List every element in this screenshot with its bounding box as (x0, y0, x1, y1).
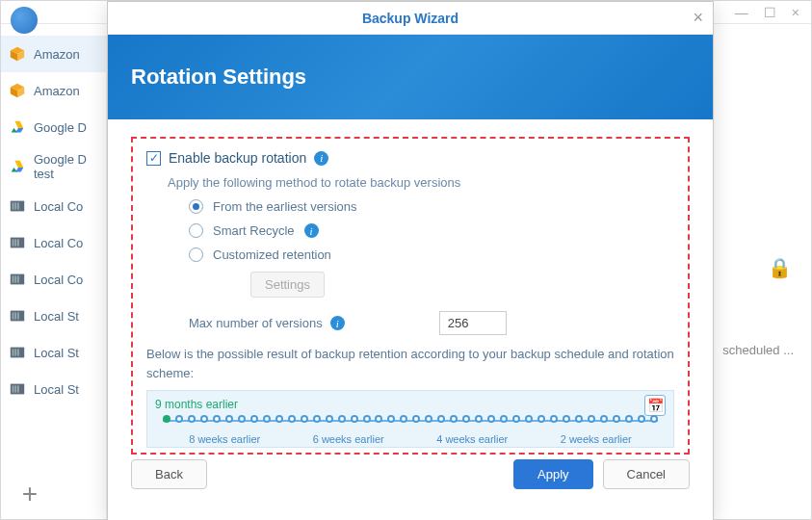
storage-icon (9, 234, 26, 251)
radio-earliest[interactable]: From the earliest versions (189, 199, 674, 214)
timeline-start-label: 9 months earlier (155, 398, 238, 411)
sidebar-item-local-4[interactable]: Local St (1, 298, 106, 334)
timeline: 9 months earlier 📅 (146, 390, 674, 448)
sidebar-item-local-1[interactable]: Local Co (1, 188, 106, 224)
sidebar-item-label: Local Co (34, 273, 83, 287)
svg-rect-6 (14, 239, 16, 246)
sidebar-item-google-2[interactable]: Google D test (1, 145, 106, 188)
box-icon (9, 45, 26, 63)
storage-icon (9, 344, 26, 361)
radio-smart-label: Smart Recycle (213, 223, 295, 238)
minimize-icon[interactable]: — (735, 5, 748, 20)
radio-custom[interactable]: Customized retention (189, 247, 674, 262)
svg-rect-11 (17, 275, 19, 282)
storage-icon (9, 380, 26, 398)
info-icon[interactable]: i (314, 151, 328, 166)
modal-title: Backup Wizard (362, 11, 458, 26)
timeline-ticks: 8 weeks earlier 6 weeks earlier 4 weeks … (163, 433, 658, 445)
svg-rect-21 (13, 385, 14, 392)
timeline-dots (163, 415, 658, 423)
settings-button: Settings (250, 272, 325, 298)
info-icon[interactable]: i (304, 223, 319, 238)
radio-smart[interactable]: Smart Recycle i (189, 223, 674, 238)
svg-rect-10 (14, 275, 16, 282)
add-button[interactable]: + (11, 475, 49, 513)
svg-rect-5 (13, 239, 14, 246)
svg-rect-9 (13, 275, 14, 282)
svg-rect-2 (14, 202, 16, 209)
sidebar-item-label: Amazon (34, 47, 80, 62)
sidebar-item-amazon-1[interactable]: Amazon (1, 36, 106, 72)
radio-smart-input[interactable] (189, 223, 203, 238)
highlighted-section: ✓ Enable backup rotation i Apply the fol… (131, 137, 690, 455)
max-versions-input[interactable] (439, 311, 507, 335)
app-window: — ☐ × Amazon Amazon Google D Google D te… (0, 0, 812, 520)
sidebar-item-local-3[interactable]: Local Co (1, 261, 106, 298)
window-close-icon[interactable]: × (792, 5, 799, 20)
enable-rotation-checkbox[interactable]: ✓ (146, 151, 161, 166)
svg-rect-7 (17, 239, 19, 246)
sidebar-item-local-6[interactable]: Local St (1, 371, 106, 407)
rotation-method-radios: From the earliest versions Smart Recycle… (189, 199, 674, 298)
calendar-icon[interactable]: 📅 (644, 395, 666, 416)
svg-rect-14 (14, 312, 16, 319)
tick-label: 6 weeks earlier (287, 433, 411, 445)
page-title: Rotation Settings (131, 65, 306, 90)
explain-text: Below is the possible result of backup r… (146, 345, 674, 382)
radio-custom-label: Customized retention (213, 247, 331, 262)
sidebar-item-label: Local St (34, 346, 79, 360)
sidebar-item-label: Local St (34, 382, 79, 397)
back-button[interactable]: Back (131, 459, 207, 489)
enable-rotation-row[interactable]: ✓ Enable backup rotation i (146, 150, 674, 166)
bg-scheduled-text: scheduled ... (722, 343, 794, 357)
radio-earliest-input[interactable] (189, 199, 203, 214)
sidebar-item-label: Amazon (34, 84, 80, 98)
sidebar-item-google-1[interactable]: Google D (1, 109, 106, 145)
modal-titlebar: Backup Wizard × (108, 2, 713, 35)
storage-icon (9, 197, 26, 215)
sidebar-item-label: Google D (34, 120, 87, 135)
svg-rect-13 (13, 312, 14, 319)
modal-body: ✓ Enable backup rotation i Apply the fol… (108, 119, 713, 447)
gdrive-icon (9, 118, 26, 136)
modal-header: Rotation Settings (108, 35, 713, 119)
sidebar-item-label: Local St (34, 309, 79, 324)
tick-label: 8 weeks earlier (163, 433, 287, 445)
modal-footer: Back Apply Cancel (108, 447, 713, 501)
radio-earliest-label: From the earliest versions (213, 199, 357, 214)
sidebar-item-local-5[interactable]: Local St (1, 334, 106, 371)
storage-icon (9, 307, 26, 325)
svg-rect-23 (17, 385, 19, 392)
sidebar-item-label: Local Co (34, 236, 83, 250)
svg-rect-1 (13, 202, 14, 209)
tick-label: 4 weeks earlier (410, 433, 535, 445)
box-icon (9, 82, 26, 99)
backup-wizard-modal: Backup Wizard × Rotation Settings ✓ Enab… (107, 1, 714, 520)
cancel-button[interactable]: Cancel (603, 459, 690, 489)
storage-icon (9, 271, 26, 288)
max-versions-label: Max number of versions (189, 316, 323, 330)
sidebar: Amazon Amazon Google D Google D test Loc… (1, 36, 107, 519)
svg-rect-17 (13, 349, 14, 355)
sidebar-item-amazon-2[interactable]: Amazon (1, 72, 106, 109)
radio-custom-input[interactable] (189, 247, 203, 262)
svg-rect-18 (14, 349, 16, 355)
tick-label: 2 weeks earlier (535, 433, 659, 445)
gdrive-icon (9, 158, 26, 175)
apply-button[interactable]: Apply (513, 459, 593, 489)
sidebar-item-local-2[interactable]: Local Co (1, 224, 106, 261)
close-icon[interactable]: × (693, 8, 703, 28)
svg-rect-3 (17, 202, 19, 209)
sidebar-item-label: Local Co (34, 199, 83, 214)
info-icon[interactable]: i (330, 316, 345, 330)
lock-icon: 🔒 (734, 256, 792, 314)
maximize-icon[interactable]: ☐ (764, 5, 776, 20)
enable-rotation-label: Enable backup rotation (169, 150, 306, 166)
svg-rect-15 (17, 312, 19, 319)
svg-rect-22 (14, 385, 16, 392)
max-versions-row: Max number of versions i (189, 311, 674, 335)
app-logo-icon (11, 7, 38, 34)
svg-rect-19 (17, 349, 19, 355)
sidebar-item-label: Google D test (34, 152, 87, 181)
apply-method-text: Apply the following method to rotate bac… (168, 175, 674, 190)
